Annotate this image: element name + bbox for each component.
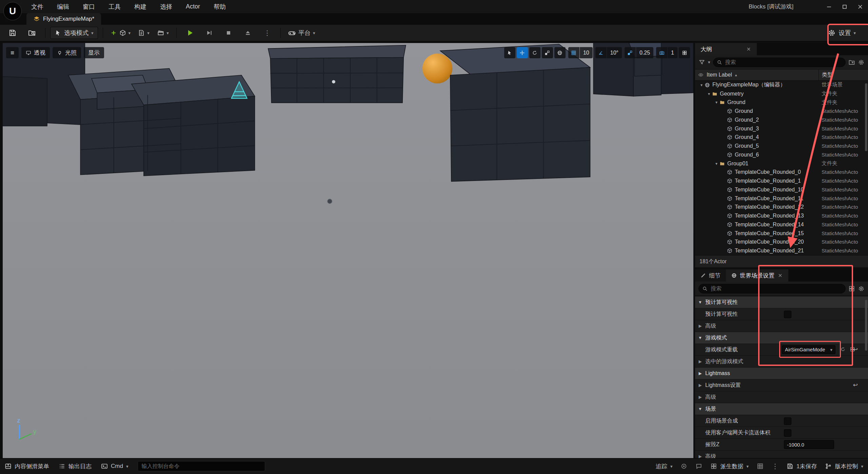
- lightmass-settings-row[interactable]: ▶Lightmass设置↩: [695, 379, 868, 391]
- rotation-snap-control[interactable]: 10°: [595, 47, 622, 58]
- menu-actor[interactable]: Actor: [186, 3, 200, 10]
- table-row[interactable]: ▾Geometry文件夹: [695, 89, 868, 98]
- trace-dropdown[interactable]: 追踪 ▾: [656, 462, 673, 470]
- revision-control-dropdown[interactable]: 版本控制 ▾: [825, 462, 863, 470]
- move-tool-button[interactable]: [517, 47, 528, 58]
- menu-build[interactable]: 构建: [134, 3, 146, 11]
- scale-tool-button[interactable]: [542, 47, 553, 58]
- close-button[interactable]: [852, 0, 868, 13]
- menu-edit[interactable]: 编辑: [57, 3, 69, 11]
- category-game-mode[interactable]: ▼游戏模式: [695, 332, 868, 344]
- browse-content-button[interactable]: [23, 27, 40, 39]
- table-row[interactable]: TemplateCube_Rounded_10StaticMeshActo: [695, 185, 868, 194]
- status-circle-icon[interactable]: [680, 463, 687, 470]
- maximize-viewport-button[interactable]: [679, 47, 690, 58]
- enable-world-composition-checkbox[interactable]: [784, 417, 791, 425]
- create-folder-icon[interactable]: [848, 59, 855, 66]
- grid-snap-control[interactable]: 10: [568, 47, 593, 58]
- cinematics-button[interactable]: ▾: [155, 27, 172, 39]
- menu-tools[interactable]: 工具: [108, 3, 121, 11]
- frame-skip-button[interactable]: [201, 27, 218, 39]
- advanced-expander-row[interactable]: ▶高级: [695, 391, 868, 403]
- category-world[interactable]: ▼场景: [695, 403, 868, 415]
- viewport-canvas[interactable]: z y ≡ 透视 光照 显示: [3, 43, 693, 458]
- table-row[interactable]: ▾Ground文件夹: [695, 98, 868, 107]
- world-coordinate-button[interactable]: [554, 47, 566, 58]
- maximize-button[interactable]: [837, 0, 852, 13]
- add-actor-button[interactable]: ▾: [108, 27, 133, 39]
- close-icon[interactable]: [746, 46, 751, 52]
- details-search-box[interactable]: [698, 284, 846, 293]
- use-selected-icon[interactable]: [840, 347, 846, 352]
- cmd-dropdown[interactable]: Cmd ▾: [101, 463, 128, 470]
- tab-details[interactable]: 细节: [695, 269, 726, 282]
- output-log-button[interactable]: 输出日志: [59, 462, 92, 470]
- show-flags-dropdown[interactable]: 显示: [84, 47, 104, 58]
- filter-funnel-icon[interactable]: [698, 59, 705, 66]
- table-row[interactable]: Ground_5StaticMeshActo: [695, 142, 868, 150]
- view-mode-dropdown[interactable]: 光照: [53, 47, 81, 58]
- menu-select[interactable]: 选择: [160, 3, 172, 11]
- grid-status-icon[interactable]: [757, 463, 764, 470]
- perspective-dropdown[interactable]: 透视: [21, 47, 50, 58]
- table-row[interactable]: TemplateCube_Rounded_1StaticMeshActo: [695, 177, 868, 185]
- table-row[interactable]: Ground_6StaticMeshActo: [695, 150, 868, 159]
- unsaved-status-button[interactable]: 1未保存: [787, 462, 817, 470]
- close-icon[interactable]: [777, 273, 783, 278]
- rotate-tool-button[interactable]: [529, 47, 540, 58]
- outliner-search-input[interactable]: [725, 59, 842, 66]
- platforms-dropdown[interactable]: 平台 ▾: [285, 27, 318, 39]
- details-scrollbar[interactable]: [865, 300, 867, 351]
- advanced-expander-row[interactable]: ▶高级: [695, 320, 868, 332]
- minimize-button[interactable]: [821, 0, 837, 13]
- gear-icon[interactable]: [858, 59, 865, 66]
- select-tool-button[interactable]: [504, 47, 515, 58]
- table-row[interactable]: ▾FlyingExampleMap（编辑器）世界场景: [695, 81, 868, 89]
- column-item-label[interactable]: Item Label: [707, 72, 732, 78]
- eye-icon[interactable]: [698, 72, 704, 78]
- message-bubble-icon[interactable]: [695, 463, 702, 470]
- table-row[interactable]: TemplateCube_Rounded_12StaticMeshActo: [695, 203, 868, 212]
- table-row[interactable]: GroundStaticMeshActo: [695, 107, 868, 116]
- gamemode-override-dropdown[interactable]: AirSimGameMode ▾: [782, 345, 835, 354]
- details-search-input[interactable]: [710, 285, 842, 292]
- table-row[interactable]: TemplateCube_Rounded_0StaticMeshActo: [695, 168, 868, 177]
- tab-outliner[interactable]: 大纲: [695, 43, 757, 55]
- table-row[interactable]: TemplateCube_Rounded_13StaticMeshActo: [695, 211, 868, 220]
- save-button[interactable]: [4, 27, 21, 39]
- tab-world-settings[interactable]: 世界场景设置: [726, 269, 788, 282]
- table-row[interactable]: TemplateCube_Rounded_11StaticMeshActo: [695, 194, 868, 203]
- advanced-expander-row[interactable]: ▶高级: [695, 451, 868, 458]
- table-row[interactable]: Ground_3StaticMeshActo: [695, 124, 868, 133]
- client-side-streaming-checkbox[interactable]: [784, 429, 791, 437]
- editor-mode-dropdown[interactable]: 选项模式 ▾: [50, 27, 98, 39]
- table-row[interactable]: TemplateCube_Rounded_15StaticMeshActo: [695, 229, 868, 238]
- reset-to-default-icon[interactable]: ↩: [853, 382, 858, 389]
- gear-icon[interactable]: [858, 285, 865, 292]
- derived-data-dropdown[interactable]: 派生数据 ▾: [710, 462, 749, 470]
- reset-to-default-icon[interactable]: ↩: [853, 346, 858, 353]
- table-row[interactable]: TemplateCube_Rounded_20StaticMeshActo: [695, 238, 868, 247]
- stop-button[interactable]: [220, 27, 237, 39]
- kill-z-input[interactable]: [784, 440, 834, 449]
- play-button[interactable]: [181, 27, 198, 39]
- table-row[interactable]: Ground_2StaticMeshActo: [695, 116, 868, 124]
- category-lightmass[interactable]: ▶Lightmass: [695, 368, 868, 379]
- table-row[interactable]: Ground_4StaticMeshActo: [695, 133, 868, 142]
- blueprints-button[interactable]: ▾: [135, 27, 152, 39]
- eject-button[interactable]: [239, 27, 256, 39]
- precompute-visibility-checkbox[interactable]: [784, 311, 791, 318]
- scale-snap-control[interactable]: 0.25: [625, 47, 653, 58]
- menu-help[interactable]: 帮助: [214, 3, 226, 11]
- content-drawer-button[interactable]: 内容侧滑菜单: [5, 462, 49, 470]
- viewport-menu-button[interactable]: ≡: [6, 47, 19, 58]
- kebab-menu-icon[interactable]: ⋮: [772, 462, 778, 470]
- tab-flying-example-map[interactable]: FlyingExampleMap*: [26, 13, 101, 25]
- outliner-search-box[interactable]: [713, 58, 846, 67]
- table-row[interactable]: TemplateCube_Rounded_14StaticMeshActo: [695, 220, 868, 229]
- console-command-input[interactable]: [138, 461, 265, 471]
- column-type-label[interactable]: 类型: [818, 69, 833, 80]
- menu-window[interactable]: 窗口: [83, 3, 95, 11]
- play-options-kebab[interactable]: ⋮: [259, 27, 276, 39]
- camera-speed-control[interactable]: 1: [656, 47, 677, 58]
